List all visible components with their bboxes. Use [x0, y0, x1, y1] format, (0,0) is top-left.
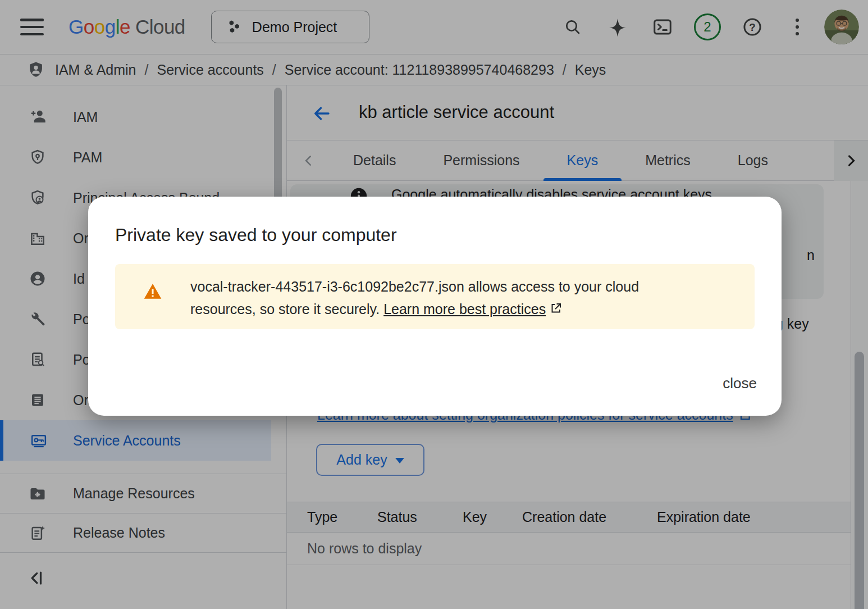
close-button[interactable]: close	[723, 375, 757, 392]
external-link-icon	[549, 299, 563, 321]
private-key-dialog: Private key saved to your computer vocal…	[88, 197, 782, 416]
warning-line-1: vocal-tracker-443517-i3-6c1092be2c77.jso…	[190, 279, 639, 294]
warning-banner: vocal-tracker-443517-i3-6c1092be2c77.jso…	[115, 264, 755, 329]
warning-line-2: resources, so store it securely.	[190, 301, 380, 317]
best-practices-link[interactable]: Learn more best practices	[383, 301, 546, 317]
warning-triangle-icon	[143, 282, 162, 301]
dialog-title: Private key saved to your computer	[115, 225, 397, 246]
warning-text: vocal-tracker-443517-i3-6c1092be2c77.jso…	[190, 275, 752, 321]
